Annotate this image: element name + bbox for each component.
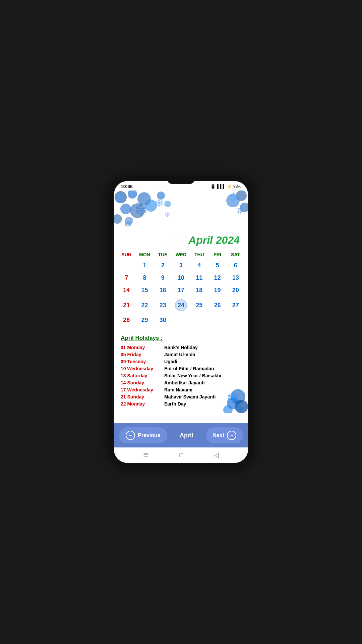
calendar-week-row: 123456: [117, 259, 245, 272]
holiday-date: 09 Tuesday: [121, 359, 164, 364]
prev-arrow-icon: ←: [126, 431, 135, 440]
holiday-item: 14 SundayAmbedkar Jayanti: [121, 380, 241, 385]
month-title: April 2024: [117, 191, 245, 250]
status-time: 10:36: [121, 184, 133, 189]
holiday-item: 09 TuesdayUgadi: [121, 359, 241, 364]
calendar-table: SUN MON TUE WED THU FRI SAT 123456789101…: [117, 250, 245, 326]
holiday-item: 10 WednesdayEid-ul-Fitar / Ramadan: [121, 366, 241, 371]
bottom-nav-bar: ← Previous April Next →: [114, 423, 248, 447]
spacer: [114, 413, 248, 423]
header-sun: SUN: [117, 250, 135, 259]
holiday-name: Jamat Ul-Vida: [164, 352, 195, 357]
calendar-day[interactable]: 8: [135, 272, 154, 284]
holiday-item: 05 FridayJamat Ul-Vida: [121, 352, 241, 357]
next-button[interactable]: Next →: [206, 427, 243, 443]
calendar-week-row: 14151617181920: [117, 284, 245, 297]
header-tue: TUE: [154, 250, 172, 259]
holiday-date: 13 Saturday: [121, 373, 164, 378]
calendar-day[interactable]: 13: [227, 272, 245, 284]
calendar-day: [208, 314, 226, 326]
phone-inner: 10:36 📳 ▌▌▌ ⚡ 93%: [114, 181, 248, 463]
holidays-list: 01 MondayBank's Holiday05 FridayJamat Ul…: [121, 345, 241, 407]
calendar-day[interactable]: 19: [208, 284, 226, 297]
calendar-day[interactable]: 30: [154, 314, 172, 326]
calendar-week-row: 78910111213: [117, 272, 245, 284]
header-fri: FRI: [208, 250, 226, 259]
holiday-name: Eid-ul-Fitar / Ramadan: [164, 366, 214, 371]
holiday-item: 01 MondayBank's Holiday: [121, 345, 241, 350]
scroll-area: ❄ ❄ ❄ ❄ ❄ ❄: [114, 191, 248, 423]
calendar-day[interactable]: 12: [208, 272, 226, 284]
calendar-day: [190, 314, 208, 326]
holiday-date: 21 Sunday: [121, 394, 164, 399]
calendar-day[interactable]: 16: [154, 284, 172, 297]
holiday-name: Ambedkar Jayanti: [164, 380, 205, 385]
calendar-week-row: 282930: [117, 314, 245, 326]
weekday-header-row: SUN MON TUE WED THU FRI SAT: [117, 250, 245, 259]
holiday-name: Earth Day: [164, 401, 186, 407]
header-thu: THU: [190, 250, 208, 259]
holiday-name: Solar New Year / Baisakhi: [164, 373, 221, 378]
holiday-name: Ugadi: [164, 359, 177, 364]
holiday-date: 22 Monday: [121, 401, 164, 407]
holidays-section: April Holidays : 01 MondayBank's Holiday…: [114, 330, 248, 413]
calendar-day[interactable]: 7: [117, 272, 135, 284]
calendar-day[interactable]: 29: [135, 314, 154, 326]
previous-label: Previous: [138, 432, 161, 438]
next-label: Next: [213, 432, 224, 438]
holiday-item: 17 WednesdayRam Navami: [121, 387, 241, 392]
calendar-day[interactable]: 18: [190, 284, 208, 297]
calendar-day[interactable]: 27: [227, 297, 245, 314]
holiday-item: 21 SundayMahavir Swami Jayanti: [121, 394, 241, 399]
header-wed: WED: [172, 250, 190, 259]
next-arrow-icon: →: [227, 431, 236, 440]
calendar-day[interactable]: 10: [172, 272, 190, 284]
calendar-day: [172, 314, 190, 326]
signal-icon: ▌▌▌: [217, 184, 226, 189]
previous-button[interactable]: ← Previous: [119, 427, 167, 443]
holiday-date: 17 Wednesday: [121, 387, 164, 392]
holiday-item: 13 SaturdaySolar New Year / Baisakhi: [121, 373, 241, 378]
android-nav-bar: ☰ □ ◁: [114, 447, 248, 463]
calendar-day[interactable]: 21: [117, 297, 135, 314]
holiday-date: 14 Sunday: [121, 380, 164, 385]
calendar-day[interactable]: 22: [135, 297, 154, 314]
calendar-day[interactable]: 11: [190, 272, 208, 284]
calendar-day[interactable]: 20: [227, 284, 245, 297]
header-sat: SAT: [227, 250, 245, 259]
calendar-day[interactable]: 25: [190, 297, 208, 314]
calendar-day[interactable]: 23: [154, 297, 172, 314]
calendar-day[interactable]: 4: [190, 259, 208, 272]
calendar-day[interactable]: 26: [208, 297, 226, 314]
android-home-button[interactable]: □: [180, 452, 183, 459]
android-back-button[interactable]: ◁: [214, 451, 219, 459]
calendar-day[interactable]: 2: [154, 259, 172, 272]
calendar-container: April 2024 SUN MON TUE WED THU FRI SAT: [114, 191, 248, 326]
calendar-day[interactable]: 28: [117, 314, 135, 326]
calendar-day[interactable]: 9: [154, 272, 172, 284]
calendar-day: [227, 314, 245, 326]
current-month-label: April: [180, 432, 193, 439]
android-menu-button[interactable]: ☰: [143, 451, 148, 459]
calendar-day[interactable]: 14: [117, 284, 135, 297]
calendar-day[interactable]: 17: [172, 284, 190, 297]
status-icons: 📳 ▌▌▌ ⚡ 93%: [210, 184, 241, 189]
calendar-day: [117, 259, 135, 272]
holiday-name: Bank's Holiday: [164, 345, 198, 350]
calendar-day[interactable]: 24: [172, 297, 190, 314]
calendar-week-row: 21222324252627: [117, 297, 245, 314]
holiday-date: 05 Friday: [121, 352, 164, 357]
calendar-day[interactable]: 1: [135, 259, 154, 272]
header-mon: MON: [135, 250, 154, 259]
calendar-day[interactable]: 5: [208, 259, 226, 272]
holiday-name: Ram Navami: [164, 387, 192, 392]
holiday-date: 10 Wednesday: [121, 366, 164, 371]
vibrate-icon: 📳: [210, 184, 216, 189]
calendar-day[interactable]: 15: [135, 284, 154, 297]
battery-percent: 93%: [233, 184, 241, 189]
holiday-name: Mahavir Swami Jayanti: [164, 394, 216, 399]
calendar-day[interactable]: 6: [227, 259, 245, 272]
calendar-day[interactable]: 3: [172, 259, 190, 272]
holiday-date: 01 Monday: [121, 345, 164, 350]
holidays-title: April Holidays :: [121, 335, 241, 341]
